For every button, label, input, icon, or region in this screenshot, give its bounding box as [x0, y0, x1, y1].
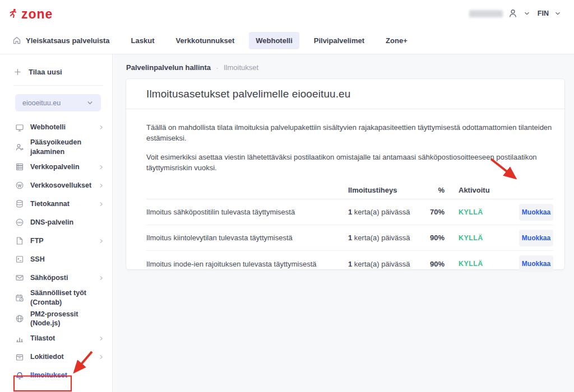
main-nav: Yleiskatsaus palveluista Laskut Verkkotu… [0, 27, 574, 54]
breadcrumb-separator: · [216, 63, 219, 72]
chevron-right-icon [98, 201, 104, 207]
row-percent: 70% [427, 208, 445, 216]
chevron-right-icon [98, 335, 104, 342]
column-header-activated: Aktivoitu [445, 186, 519, 194]
sidebar-item-ilmoitukset[interactable]: Ilmoitukset [0, 366, 112, 385]
row-activated-badge: KYLLÄ [445, 260, 519, 268]
row-label: Ilmoitus inode-ien rajoituksen tulevasta… [146, 260, 348, 268]
chevron-right-icon [98, 275, 104, 281]
bell-icon [15, 371, 24, 380]
table-row-ilmoitus-inode-ien-rajoituksen-tulevasta-t-yttymisest: Ilmoitus inode-ien rajoituksen tulevasta… [146, 251, 553, 277]
row-frequency: 1 kerta(a) päivässä [348, 234, 427, 242]
chevron-right-icon [98, 164, 104, 170]
breadcrumb: Palvelinpalvelun hallinta · Ilmoitukset [126, 63, 574, 72]
domain-select[interactable]: eiooeituu.eu [15, 94, 101, 111]
row-activated-badge: KYLLÄ [445, 234, 519, 242]
topbar-right: FIN [469, 8, 562, 18]
tab-webhotelli[interactable]: Webhotelli [249, 32, 299, 49]
order-new-label: Tilaa uusi [29, 68, 62, 76]
breadcrumb-item-current: Ilmoitukset [224, 63, 258, 72]
sidebar-menu: Webhotelli Pääsyoikeuden jakaminen Verkk… [0, 118, 112, 385]
chevron-down-icon [86, 99, 94, 106]
chevron-down-icon[interactable] [523, 10, 531, 17]
user-plus-icon [15, 143, 24, 152]
sidebar-item-ssh[interactable]: SSH [0, 250, 112, 269]
sidebar-item-tietokannat[interactable]: Tietokannat [0, 195, 112, 213]
edit-button[interactable]: Muokkaa [519, 204, 553, 221]
table-row-ilmoitus-s-hk-postitilin-tulevasta-t-yttymisest: Ilmoitus sähköpostitilin tulevasta täytt… [146, 199, 553, 225]
monitor-icon [15, 123, 24, 132]
database-icon [15, 199, 24, 208]
row-label: Ilmoitus sähköpostitilin tulevasta täytt… [146, 208, 348, 216]
topbar: zone FIN [0, 0, 574, 27]
sidebar-item-lokitiedot[interactable]: Lokitiedot [0, 348, 112, 366]
archive-icon [15, 353, 24, 362]
dns-icon: DNS [15, 218, 24, 227]
sidebar-item-dns-palvelin[interactable]: DNS DNS-palvelin [0, 213, 112, 232]
tab-zoneplus[interactable]: Zone+ [379, 32, 414, 49]
zone-runner-icon [8, 8, 18, 18]
mail-icon [15, 273, 24, 282]
sidebar-item-verkkopalvelin[interactable]: Verkkopalvelin [0, 158, 112, 176]
breadcrumb-item-parent[interactable]: Palvelinpalvelun hallinta [126, 63, 211, 72]
table-row-ilmoitus-kiintolevytilan-tulevasta-t-yttymisest: Ilmoitus kiintolevytilan tulevasta täytt… [146, 225, 553, 251]
main-content: Palvelinpalvelun hallinta · Ilmoitukset … [113, 54, 574, 392]
edit-button[interactable]: Muokkaa [519, 255, 553, 272]
calendar-clock-icon [15, 293, 24, 302]
intro-paragraph: Täällä on mahdollista tilata ilmoituksia… [146, 123, 552, 144]
sidebar-item-pm2-prosessit-node-js[interactable]: PM2-prosessit (Node.js) [0, 309, 112, 330]
language-selector[interactable]: FIN [538, 10, 549, 17]
chevron-right-icon [98, 183, 104, 189]
sidebar-item-verkkosovellukset[interactable]: Verkkosovellukset [0, 176, 112, 195]
svg-text:DNS: DNS [17, 221, 22, 224]
chevron-down-icon[interactable] [554, 10, 562, 17]
row-percent: 90% [427, 260, 445, 268]
notifications-table: Ilmoitustiheys % Aktivoitu Ilmoitus sähk… [146, 181, 553, 277]
card-body: Täällä on mahdollista tilata ilmoituksia… [126, 109, 564, 277]
globe-icon [15, 314, 24, 323]
tab-laskut[interactable]: Laskut [124, 32, 161, 49]
column-header-frequency: Ilmoitustiheys [348, 186, 427, 194]
row-activated-badge: KYLLÄ [445, 208, 519, 216]
order-new-button[interactable]: Tilaa uusi [13, 68, 112, 76]
table-header-row: Ilmoitustiheys % Aktivoitu [146, 181, 553, 199]
user-icon[interactable] [508, 8, 518, 18]
home-icon [12, 36, 21, 45]
row-frequency: 1 kerta(a) päivässä [348, 208, 427, 216]
intro-paragraph: Voit esimerkiksi asettaa viestin lähetet… [146, 152, 552, 174]
page-title: Ilmoitusasetukset palvelimelle eiooeituu… [146, 88, 544, 100]
sidebar-item-tilastot[interactable]: Tilastot [0, 329, 112, 348]
sidebar: Tilaa uusi eiooeituu.eu Webhotelli Pääsy… [0, 54, 113, 392]
chevron-right-icon [98, 238, 104, 244]
user-name-redacted [469, 10, 503, 17]
row-frequency: 1 kerta(a) päivässä [348, 260, 427, 268]
server-icon [15, 162, 24, 171]
table-body: Ilmoitus sähköpostitilin tulevasta täytt… [146, 199, 553, 277]
sidebar-divider [13, 85, 103, 86]
sidebar-item-s-hk-posti[interactable]: Sähköposti [0, 269, 112, 287]
row-label: Ilmoitus kiintolevytilan tulevasta täytt… [146, 234, 348, 242]
notification-settings-card: Ilmoitusasetukset palvelimelle eiooeituu… [126, 78, 565, 270]
zone-logo[interactable]: zone [8, 7, 53, 21]
chevron-right-icon [98, 124, 104, 130]
terminal-icon [15, 255, 24, 264]
wordpress-icon [15, 181, 24, 190]
logo-text: zone [21, 8, 53, 21]
tab-verkkotunnukset[interactable]: Verkkotunnukset [169, 32, 242, 49]
plus-icon [13, 68, 22, 76]
sidebar-item-webhotelli[interactable]: Webhotelli [0, 118, 112, 137]
chevron-right-icon [98, 354, 104, 360]
sidebar-item-p-syoikeuden-jakaminen[interactable]: Pääsyoikeuden jakaminen [0, 137, 112, 158]
sidebar-item-ftp[interactable]: FTP [0, 232, 112, 250]
domain-select-value: eiooeituu.eu [22, 99, 61, 107]
tab-pilvipalvelimet[interactable]: Pilvipalvelimet [307, 32, 371, 49]
card-header: Ilmoitusasetukset palvelimelle eiooeituu… [126, 79, 564, 109]
column-header-percent: % [427, 186, 445, 194]
row-percent: 90% [427, 234, 445, 242]
sidebar-item-s-nn-lliset-ty-t-crontab[interactable]: Säännölliset työt (Crontab) [0, 287, 112, 309]
edit-button[interactable]: Muokkaa [519, 230, 553, 246]
file-icon [15, 236, 24, 245]
tab-yleiskatsaus-palveluista[interactable]: Yleiskatsaus palveluista [6, 31, 117, 49]
bar-chart-icon [15, 334, 24, 343]
